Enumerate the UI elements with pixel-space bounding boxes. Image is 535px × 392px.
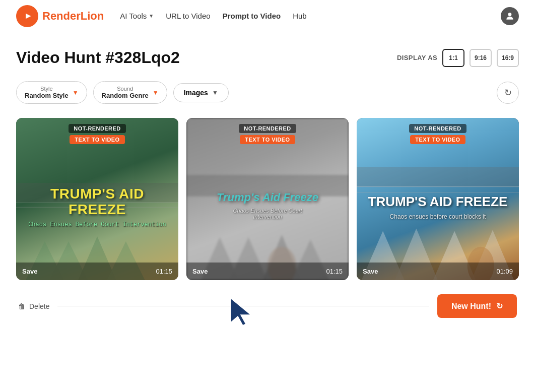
card-overlay-2: NOT-RENDERED TEXT TO VIDEO Trump's Aid F… xyxy=(186,118,349,280)
sound-value: Random Genre xyxy=(102,92,149,99)
badge-text-to-video-2: TEXT TO VIDEO xyxy=(240,135,295,144)
card-subtitle-3: Chaos ensues before court blocks it xyxy=(363,213,513,220)
svg-point-2 xyxy=(508,13,512,16)
bottom-bar: 🗑 Delete New Hunt! ↻ xyxy=(16,294,519,318)
video-card-3[interactable]: NOT-RENDERED TEXT TO VIDEO TRUMP'S AID F… xyxy=(357,118,519,280)
card-badges-1: NOT-RENDERED TEXT TO VIDEO xyxy=(16,118,178,144)
style-caret-icon: ▼ xyxy=(73,89,79,96)
images-filter-button[interactable]: Images ▼ xyxy=(173,83,229,102)
nav-prompt-to-video[interactable]: Prompt to Video xyxy=(223,12,281,20)
card-badges-2: NOT-RENDERED TEXT TO VIDEO xyxy=(186,118,349,144)
card-footer-2: Save 01:15 xyxy=(186,263,349,280)
ratio-9-16-button[interactable]: 9:16 xyxy=(470,49,492,67)
badge-not-rendered-1: NOT-RENDERED xyxy=(69,124,125,133)
card-title-1: TRUMP'S AID FREEZE xyxy=(22,186,172,218)
badge-text-to-video-3: TEXT TO VIDEO xyxy=(410,135,465,144)
new-hunt-button[interactable]: New Hunt! ↻ xyxy=(437,294,517,318)
delete-label: Delete xyxy=(29,302,49,310)
sound-caret-icon: ▼ xyxy=(153,89,159,96)
badge-text-to-video-1: TEXT TO VIDEO xyxy=(70,135,124,144)
ratio-1-1-button[interactable]: 1:1 xyxy=(442,49,464,67)
images-label: Images xyxy=(184,89,208,97)
card-subtitle-2: Chaos Ensues Before CourtIntervention xyxy=(192,208,343,220)
sound-label: Sound xyxy=(102,86,149,92)
card-overlay-3: NOT-RENDERED TEXT TO VIDEO TRUMP'S AID F… xyxy=(357,118,519,280)
new-hunt-refresh-icon: ↻ xyxy=(496,301,503,311)
card-thumbnail-3: NOT-RENDERED TEXT TO VIDEO TRUMP'S AID F… xyxy=(357,118,519,280)
video-card-2[interactable]: NOT-RENDERED TEXT TO VIDEO Trump's Aid F… xyxy=(186,118,349,280)
bottom-divider xyxy=(57,306,429,306)
nav-url-to-video[interactable]: URL to Video xyxy=(166,12,210,20)
ai-tools-caret-icon: ▼ xyxy=(149,13,154,19)
style-label: Style xyxy=(25,86,69,92)
card-text-3: TRUMP'S AID FREEZE Chaos ensues before c… xyxy=(357,186,519,220)
card-duration-3: 01:09 xyxy=(496,268,513,275)
filters-bar: Style Random Style ▼ Sound Random Genre … xyxy=(16,81,519,104)
display-as-label: DISPLAY AS xyxy=(397,54,437,61)
card-footer-1: Save 01:15 xyxy=(16,263,178,280)
card-subtitle-1: Chaos Ensues Before Court Intervention xyxy=(22,221,172,228)
refresh-button[interactable]: ↻ xyxy=(497,82,519,104)
page-title: Video Hunt #328Lqo2 xyxy=(16,48,180,67)
logo-icon xyxy=(16,5,38,27)
card-badges-3: NOT-RENDERED TEXT TO VIDEO xyxy=(357,118,519,144)
card-duration-1: 01:15 xyxy=(156,268,172,275)
nav-links: AI Tools ▼ URL to Video Prompt to Video … xyxy=(120,12,306,20)
nav-ai-tools[interactable]: AI Tools ▼ xyxy=(120,12,154,20)
video-card-1[interactable]: NOT-RENDERED TEXT TO VIDEO TRUMP'S AID F… xyxy=(16,118,178,280)
badge-not-rendered-3: NOT-RENDERED xyxy=(409,124,466,133)
delete-button[interactable]: 🗑 Delete xyxy=(18,302,49,310)
badge-not-rendered-2: NOT-RENDERED xyxy=(239,124,296,133)
style-filter-inner: Style Random Style xyxy=(25,86,69,99)
ratio-16-9-button[interactable]: 16:9 xyxy=(497,49,519,67)
card-thumbnail-2: NOT-RENDERED TEXT TO VIDEO Trump's Aid F… xyxy=(186,118,349,280)
images-caret-icon: ▼ xyxy=(212,89,218,96)
card-save-button-2[interactable]: Save xyxy=(192,268,208,275)
logo-text: RenderLion xyxy=(42,10,104,23)
trash-icon: 🗑 xyxy=(18,302,25,310)
page-header: Video Hunt #328Lqo2 DISPLAY AS 1:1 9:16 … xyxy=(16,48,519,67)
card-title-3: TRUMP'S AID FREEZE xyxy=(363,194,513,209)
style-value: Random Style xyxy=(25,92,69,99)
new-hunt-label: New Hunt! xyxy=(451,302,491,311)
card-title-2: Trump's Aid Freeze xyxy=(192,191,343,204)
display-as-group: DISPLAY AS 1:1 9:16 16:9 xyxy=(397,49,519,67)
card-duration-2: 01:15 xyxy=(326,268,343,275)
main-content: Video Hunt #328Lqo2 DISPLAY AS 1:1 9:16 … xyxy=(0,32,535,338)
sound-filter-inner: Sound Random Genre xyxy=(102,86,149,99)
card-text-2: Trump's Aid Freeze Chaos Ensues Before C… xyxy=(186,187,349,219)
card-save-button-1[interactable]: Save xyxy=(22,268,37,275)
nav-hub[interactable]: Hub xyxy=(293,12,307,20)
user-avatar[interactable] xyxy=(501,7,519,25)
card-text-1: TRUMP'S AID FREEZE Chaos Ensues Before C… xyxy=(16,178,178,229)
logo[interactable]: RenderLion xyxy=(16,5,104,27)
navbar-left: RenderLion AI Tools ▼ URL to Video Promp… xyxy=(16,5,307,27)
card-save-button-3[interactable]: Save xyxy=(363,268,378,275)
navbar: RenderLion AI Tools ▼ URL to Video Promp… xyxy=(0,0,535,32)
style-filter-button[interactable]: Style Random Style ▼ xyxy=(16,81,87,104)
card-footer-3: Save 01:09 xyxy=(357,263,519,280)
refresh-icon: ↻ xyxy=(504,87,512,98)
sound-filter-button[interactable]: Sound Random Genre ▼ xyxy=(93,81,167,104)
card-thumbnail-1: NOT-RENDERED TEXT TO VIDEO TRUMP'S AID F… xyxy=(16,118,178,280)
cards-grid: NOT-RENDERED TEXT TO VIDEO TRUMP'S AID F… xyxy=(16,118,519,280)
card-overlay-1: NOT-RENDERED TEXT TO VIDEO TRUMP'S AID F… xyxy=(16,118,178,280)
